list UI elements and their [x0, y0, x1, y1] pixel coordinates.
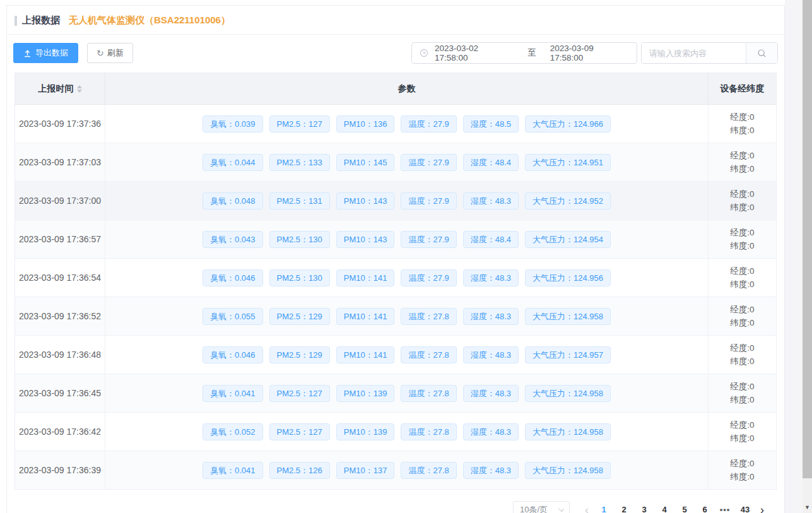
- pager-page-5[interactable]: 5: [677, 502, 692, 513]
- row-coordinates: 经度:0 纬度:0: [709, 220, 777, 259]
- param-tag: 湿度：48.5: [463, 115, 519, 133]
- row-longitude: 经度:0: [709, 110, 776, 124]
- pager-page-43[interactable]: 43: [738, 502, 753, 513]
- row-longitude: 经度:0: [709, 380, 776, 393]
- row-latitude: 纬度:0: [709, 239, 776, 252]
- row-longitude: 经度:0: [709, 149, 776, 162]
- param-tag: 大气压力：124.957: [525, 346, 611, 363]
- report-data-table: 上报时间 参数 设备经纬度 2023-03-09 17:37:36 臭氧：0.0…: [15, 73, 777, 490]
- table-row: 2023-03-09 17:36:57 臭氧：0.043PM2.5：130PM1…: [15, 220, 777, 259]
- pager-ellipsis[interactable]: •••: [717, 502, 733, 513]
- device-name: 无人机气体监测仪（BSA221101006）: [69, 15, 230, 27]
- search-button[interactable]: [746, 43, 777, 63]
- pager-page-3[interactable]: 3: [637, 502, 652, 513]
- vertical-scrollbar[interactable]: ▼: [803, 0, 812, 513]
- table-row: 2023-03-09 17:36:45 臭氧：0.041PM2.5：127PM1…: [15, 374, 777, 413]
- param-tag: PM10：139: [336, 385, 395, 402]
- row-longitude: 经度:0: [709, 226, 776, 239]
- table-row: 2023-03-09 17:36:54 臭氧：0.046PM2.5：130PM1…: [15, 259, 777, 297]
- scrollbar-thumb[interactable]: [803, 0, 812, 478]
- column-header-report-time[interactable]: 上报时间: [15, 73, 105, 105]
- row-longitude: 经度:0: [709, 264, 776, 278]
- page-gutter: [785, 0, 803, 513]
- param-tag: PM2.5：129: [269, 308, 330, 325]
- page-size-value: 10条/页: [520, 504, 548, 513]
- pager-pages: 123456•••43: [594, 502, 755, 513]
- export-data-button[interactable]: 导出数据: [13, 43, 78, 63]
- page-size-select[interactable]: 10条/页: [513, 501, 570, 513]
- param-tag: 大气压力：124.958: [525, 423, 611, 440]
- param-tag: PM2.5：130: [269, 231, 330, 248]
- pager-page-2[interactable]: 2: [616, 502, 632, 513]
- pager-next-button[interactable]: ›: [755, 502, 769, 513]
- row-longitude: 经度:0: [709, 187, 776, 201]
- search-group: [641, 42, 778, 64]
- row-tags: 臭氧：0.041PM2.5：126PM10：137温度：27.8湿度：48.3大…: [105, 462, 708, 479]
- param-tag: 温度：27.8: [401, 385, 456, 402]
- table-body: 2023-03-09 17:37:36 臭氧：0.039PM2.5：127PM1…: [15, 105, 777, 490]
- table-row: 2023-03-09 17:36:48 臭氧：0.046PM2.5：129PM1…: [15, 336, 777, 374]
- param-tag: 湿度：48.3: [463, 269, 519, 286]
- row-tags: 臭氧：0.043PM2.5：130PM10：143温度：27.9湿度：48.4大…: [105, 231, 708, 248]
- param-tag: PM10：141: [336, 269, 395, 286]
- clock-icon: [420, 49, 428, 57]
- param-tag: 大气压力：124.958: [525, 308, 611, 325]
- param-tag: 大气压力：124.958: [525, 385, 611, 402]
- row-latitude: 纬度:0: [709, 278, 776, 291]
- row-tags: 臭氧：0.046PM2.5：130PM10：141温度：27.9湿度：48.3大…: [105, 269, 708, 286]
- pager-page-6[interactable]: 6: [697, 502, 712, 513]
- pager-prev-button[interactable]: ‹: [580, 502, 594, 513]
- date-range-picker[interactable]: 2023-03-02 17:58:00 至 2023-03-09 17:58:0…: [411, 42, 637, 64]
- table-row: 2023-03-09 17:37:03 臭氧：0.044PM2.5：133PM1…: [15, 143, 777, 182]
- content-card: 上报数据 无人机气体监测仪（BSA221101006） 导出数据 ↻ 刷新 20…: [6, 5, 785, 513]
- column-header-report-time-label: 上报时间: [38, 83, 74, 95]
- row-coordinates: 经度:0 纬度:0: [709, 413, 777, 451]
- param-tag: PM10：139: [336, 423, 395, 440]
- pager: ‹ 123456•••43 ›: [580, 502, 769, 513]
- param-tag: 湿度：48.3: [463, 385, 519, 402]
- table-header-row: 上报时间 参数 设备经纬度: [15, 73, 777, 105]
- row-latitude: 纬度:0: [709, 316, 776, 329]
- row-latitude: 纬度:0: [709, 201, 776, 214]
- refresh-button[interactable]: ↻ 刷新: [87, 43, 133, 63]
- row-tags: 臭氧：0.052PM2.5：127PM10：139温度：27.8湿度：48.3大…: [105, 423, 708, 440]
- param-tag: 大气压力：124.958: [525, 462, 611, 479]
- row-time: 2023-03-09 17:37:03: [15, 143, 105, 182]
- param-tag: 湿度：48.3: [463, 308, 519, 325]
- param-tag: 臭氧：0.052: [203, 423, 263, 440]
- export-data-label: 导出数据: [35, 47, 68, 59]
- chevron-down-icon: [558, 506, 564, 512]
- sort-icon[interactable]: [77, 85, 82, 93]
- pager-page-4[interactable]: 4: [657, 502, 672, 513]
- param-tag: PM2.5：127: [269, 115, 330, 133]
- row-longitude: 经度:0: [709, 457, 776, 470]
- table-row: 2023-03-09 17:36:42 臭氧：0.052PM2.5：127PM1…: [15, 413, 777, 451]
- row-latitude: 纬度:0: [709, 124, 776, 137]
- param-tag: 臭氧：0.048: [203, 192, 263, 209]
- upload-icon: [23, 49, 32, 57]
- param-tag: 臭氧：0.039: [203, 115, 263, 133]
- row-coordinates: 经度:0 纬度:0: [709, 297, 777, 336]
- date-end-value[interactable]: 2023-03-09 17:58:00: [550, 44, 629, 62]
- row-time: 2023-03-09 17:36:48: [15, 336, 105, 374]
- row-time: 2023-03-09 17:36:52: [15, 297, 105, 336]
- row-coordinates: 经度:0 纬度:0: [709, 451, 777, 490]
- search-input[interactable]: [642, 43, 746, 63]
- row-tags: 臭氧：0.039PM2.5：127PM10：136温度：27.9湿度：48.5大…: [105, 115, 708, 133]
- date-start-value[interactable]: 2023-03-02 17:58:00: [435, 44, 514, 62]
- table-row: 2023-03-09 17:37:36 臭氧：0.039PM2.5：127PM1…: [15, 105, 777, 143]
- row-tags: 臭氧：0.044PM2.5：133PM10：145温度：27.9湿度：48.4大…: [105, 154, 708, 171]
- row-coordinates: 经度:0 纬度:0: [709, 105, 777, 143]
- param-tag: PM10：141: [336, 346, 395, 363]
- row-longitude: 经度:0: [709, 341, 776, 355]
- param-tag: 臭氧：0.046: [203, 346, 263, 363]
- row-time: 2023-03-09 17:36:45: [15, 374, 105, 413]
- row-time: 2023-03-09 17:36:42: [15, 413, 105, 451]
- table-row: 2023-03-09 17:36:52 臭氧：0.055PM2.5：129PM1…: [15, 297, 777, 336]
- scrollbar-down-arrow-icon[interactable]: ▼: [803, 503, 812, 512]
- table-row: 2023-03-09 17:36:39 臭氧：0.041PM2.5：126PM1…: [15, 451, 777, 490]
- param-tag: 湿度：48.4: [463, 154, 519, 171]
- pager-page-1[interactable]: 1: [596, 502, 611, 513]
- param-tag: 臭氧：0.041: [203, 462, 263, 479]
- param-tag: 大气压力：124.954: [525, 231, 611, 248]
